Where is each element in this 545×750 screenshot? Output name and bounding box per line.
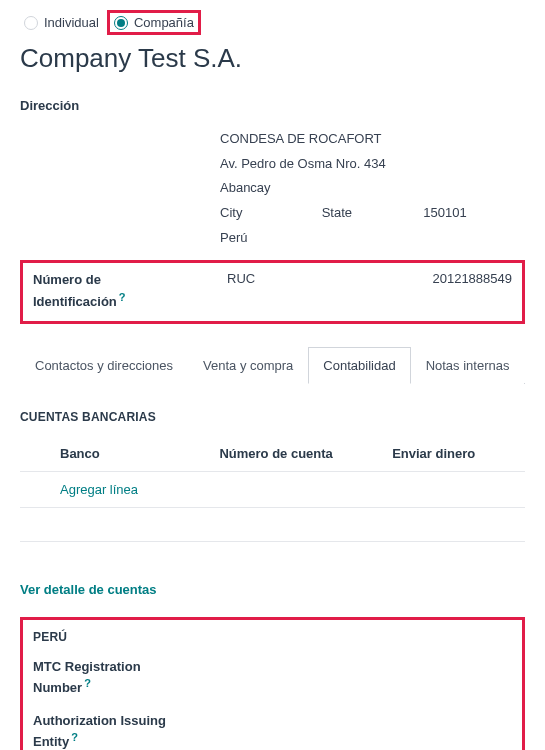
tab-accounting[interactable]: Contabilidad (308, 347, 410, 384)
identification-block: Número de Identificación? RUC 2012188854… (20, 260, 525, 324)
address-block: CONDESA DE ROCAFORT Av. Pedro de Osma Nr… (220, 127, 525, 250)
col-account: Número de cuenta (219, 446, 392, 461)
tabs: Contactos y direcciones Venta y compra C… (20, 346, 525, 384)
address-city: City (220, 201, 322, 226)
peru-field-auth-entity: Authorization Issuing Entity? (33, 712, 203, 750)
radio-circle-icon (24, 16, 38, 30)
help-icon[interactable]: ? (71, 731, 78, 743)
col-send: Enviar dinero (392, 446, 525, 461)
tab-notes[interactable]: Notas internas (411, 347, 525, 384)
col-bank: Banco (60, 446, 219, 461)
radio-company-label: Compañía (134, 15, 194, 30)
radio-circle-selected-icon (114, 16, 128, 30)
peru-block: PERÚ MTC Registration Number? Authorizat… (20, 617, 525, 750)
add-line-link[interactable]: Agregar línea (60, 482, 138, 497)
radio-company[interactable]: Compañía (107, 10, 201, 35)
radio-individual[interactable]: Individual (20, 13, 103, 32)
peru-field-mtc: MTC Registration Number? (33, 658, 203, 698)
tab-contacts[interactable]: Contactos y direcciones (20, 347, 188, 384)
radio-individual-label: Individual (44, 15, 99, 30)
address-zip: 150101 (423, 201, 525, 226)
address-country: Perú (220, 226, 525, 251)
address-section-label: Dirección (20, 98, 525, 113)
bank-accounts-title: CUENTAS BANCARIAS (20, 410, 525, 424)
page-title: Company Test S.A. (20, 43, 525, 74)
address-line1: CONDESA DE ROCAFORT (220, 127, 525, 152)
peru-title: PERÚ (33, 630, 512, 644)
identification-label: Número de Identificación? (33, 271, 223, 311)
tab-sales[interactable]: Venta y compra (188, 347, 308, 384)
help-icon[interactable]: ? (119, 291, 126, 303)
address-state: State (322, 201, 424, 226)
bank-accounts-table: Banco Número de cuenta Enviar dinero Agr… (20, 442, 525, 542)
address-line2: Av. Pedro de Osma Nro. 434 (220, 152, 525, 177)
address-line3: Abancay (220, 176, 525, 201)
contact-type-radio-group: Individual Compañía (20, 10, 525, 35)
help-icon[interactable]: ? (84, 677, 91, 689)
identification-number: 20121888549 (372, 271, 513, 286)
identification-type: RUC (227, 271, 368, 286)
view-accounts-detail-link[interactable]: Ver detalle de cuentas (20, 582, 525, 597)
